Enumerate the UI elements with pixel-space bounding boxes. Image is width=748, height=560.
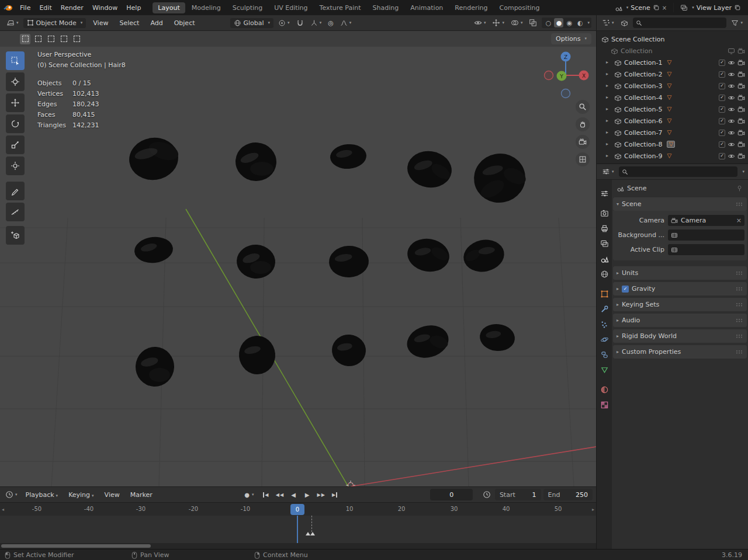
frame-start-field[interactable]: Start 1 bbox=[495, 489, 541, 500]
eye-icon[interactable] bbox=[728, 141, 735, 148]
panel-drag-handle[interactable] bbox=[735, 302, 743, 307]
menu-render[interactable]: Render bbox=[57, 2, 88, 13]
mode-dropdown[interactable]: Object Mode ▾ bbox=[23, 18, 86, 28]
mesh-data-icon[interactable]: ▽ bbox=[667, 95, 671, 100]
disclosure-icon[interactable]: ▸ bbox=[606, 142, 612, 147]
disclosure-icon[interactable]: ▸ bbox=[606, 72, 612, 76]
disclosure-icon[interactable]: ▸ bbox=[606, 154, 612, 158]
exclude-checkbox[interactable]: ✓ bbox=[719, 95, 725, 101]
hair-object[interactable] bbox=[237, 334, 277, 375]
eye-icon[interactable] bbox=[728, 94, 735, 102]
scroll-left-icon[interactable]: ◂ bbox=[2, 507, 4, 512]
panel-units[interactable]: ▸ Units bbox=[613, 266, 747, 280]
menu-marker[interactable]: Marker bbox=[126, 489, 157, 500]
timeline-scrollbar[interactable] bbox=[0, 543, 596, 549]
outliner-search-input[interactable] bbox=[633, 18, 727, 28]
panel-gravity[interactable]: ▸ ✓ Gravity bbox=[613, 282, 747, 295]
tab-material[interactable] bbox=[597, 382, 612, 397]
camera-icon[interactable] bbox=[737, 117, 745, 125]
menu-file[interactable]: File bbox=[16, 2, 34, 13]
tab-sculpting[interactable]: Sculpting bbox=[227, 2, 268, 13]
tool-cursor[interactable] bbox=[6, 72, 25, 91]
play-button[interactable]: ▶ bbox=[302, 489, 313, 500]
exclude-checkbox[interactable]: ✓ bbox=[719, 153, 725, 159]
tool-move[interactable] bbox=[6, 93, 25, 112]
auto-keying-button[interactable]: ● ▾ bbox=[241, 489, 258, 500]
tab-object-data[interactable] bbox=[597, 362, 612, 377]
disclosure-icon[interactable]: ▸ bbox=[606, 84, 612, 88]
timeline-ruler[interactable]: ◂ ▸ -50 -40 -30 -20 -10 10 20 30 40 50 0 bbox=[0, 502, 596, 516]
select-mode-new-button[interactable] bbox=[20, 34, 30, 44]
scrollbar-thumb[interactable] bbox=[1, 544, 151, 548]
jump-to-start-button[interactable]: ◀ bbox=[260, 489, 272, 500]
menu-window[interactable]: Window bbox=[88, 2, 122, 13]
scroll-right-icon[interactable]: ▸ bbox=[592, 507, 594, 512]
pin-icon[interactable] bbox=[736, 185, 743, 192]
exclude-checkbox[interactable]: ✓ bbox=[719, 130, 725, 136]
gravity-checkbox[interactable]: ✓ bbox=[622, 286, 629, 293]
disclosure-icon[interactable]: ▸ bbox=[606, 107, 612, 112]
exclude-checkbox[interactable]: ✓ bbox=[719, 118, 725, 124]
menu-help[interactable]: Help bbox=[122, 2, 145, 13]
hair-object[interactable] bbox=[330, 143, 368, 170]
pan-hand-icon[interactable] bbox=[576, 117, 590, 131]
outliner-editor-type-button[interactable]: ▾ bbox=[600, 18, 616, 28]
prev-keyframe-button[interactable]: ◀◀ bbox=[274, 489, 286, 500]
panel-keying-sets[interactable]: ▸ Keying Sets bbox=[613, 298, 747, 311]
exclude-checkbox[interactable]: ✓ bbox=[719, 106, 725, 113]
panel-rigid-body-world[interactable]: ▸ Rigid Body World bbox=[613, 329, 747, 343]
active-object-icon[interactable]: ▽ bbox=[667, 141, 675, 148]
tool-annotate[interactable] bbox=[6, 182, 25, 200]
play-reverse-button[interactable]: ◀ bbox=[288, 489, 299, 500]
tab-texture-paint[interactable]: Texture Paint bbox=[314, 2, 366, 13]
disclosure-icon[interactable]: ▸ bbox=[606, 60, 612, 65]
select-mode-subtract-button[interactable] bbox=[46, 34, 56, 44]
disclosure-icon[interactable]: ▸ bbox=[606, 95, 612, 100]
mesh-data-icon[interactable]: ▽ bbox=[667, 83, 671, 89]
editor-type-button[interactable]: ▾ bbox=[5, 18, 20, 28]
outliner-row-collection-2[interactable]: ▸ Collection-2 ▽ ✓ bbox=[597, 68, 748, 80]
outliner-row-collection-4[interactable]: ▸ Collection-4 ▽ ✓ bbox=[597, 92, 748, 103]
properties-editor-type-button[interactable]: ▾ bbox=[600, 166, 616, 177]
outliner-row-collection-9[interactable]: ▸ Collection-9 ▽ ✓ bbox=[597, 150, 748, 162]
hair-object[interactable] bbox=[470, 149, 529, 207]
outliner-display-mode-button[interactable] bbox=[619, 18, 630, 28]
camera-icon[interactable] bbox=[737, 129, 745, 137]
panel-audio[interactable]: ▸ Audio bbox=[613, 314, 747, 327]
eye-icon[interactable] bbox=[728, 129, 735, 137]
panel-custom-properties[interactable]: ▸ Custom Properties bbox=[613, 345, 747, 359]
tool-scale[interactable] bbox=[6, 135, 25, 154]
camera-field[interactable]: Camera × bbox=[668, 215, 744, 226]
camera-icon[interactable] bbox=[737, 94, 745, 102]
timeline-editor-type-button[interactable]: ▾ bbox=[4, 489, 19, 500]
menu-keying[interactable]: Keying▾ bbox=[64, 489, 98, 500]
shading-rendered-button[interactable]: ◐ bbox=[575, 18, 584, 27]
outliner-row-collection-1[interactable]: ▸ Collection-1 ▽ ✓ bbox=[597, 57, 748, 68]
eye-icon[interactable] bbox=[728, 106, 735, 113]
tab-world[interactable] bbox=[597, 266, 612, 281]
hair-object[interactable] bbox=[405, 148, 454, 190]
disclosure-icon[interactable]: ▸ bbox=[606, 119, 612, 123]
tab-tool[interactable] bbox=[597, 186, 612, 201]
gizmo-x-ball[interactable]: X bbox=[579, 71, 589, 81]
hair-object[interactable] bbox=[126, 135, 181, 183]
camera-icon[interactable] bbox=[737, 152, 745, 160]
tab-uv-editing[interactable]: UV Editing bbox=[269, 2, 313, 13]
gizmo-z-ball[interactable]: Z bbox=[561, 52, 571, 62]
shading-wireframe-button[interactable]: ○ bbox=[543, 18, 553, 27]
hair-object[interactable] bbox=[236, 244, 276, 280]
camera-icon[interactable] bbox=[737, 59, 745, 67]
hair-object[interactable] bbox=[331, 333, 367, 367]
hair-object[interactable] bbox=[405, 235, 452, 275]
outliner-row-collection-6[interactable]: ▸ Collection-6 ▽ ✓ bbox=[597, 115, 748, 127]
menu-add[interactable]: Add bbox=[146, 18, 167, 29]
panel-drag-handle[interactable] bbox=[735, 334, 743, 338]
mesh-data-icon[interactable]: ▽ bbox=[667, 130, 671, 135]
select-mode-intersect-button[interactable] bbox=[71, 34, 82, 44]
mesh-data-icon[interactable]: ▽ bbox=[667, 71, 671, 77]
orthographic-toggle-icon[interactable] bbox=[576, 152, 590, 166]
camera-icon[interactable] bbox=[737, 141, 745, 148]
tab-constraints[interactable] bbox=[597, 347, 612, 362]
marker-icon[interactable] bbox=[310, 532, 315, 535]
menu-timeline-view[interactable]: View bbox=[101, 489, 124, 500]
